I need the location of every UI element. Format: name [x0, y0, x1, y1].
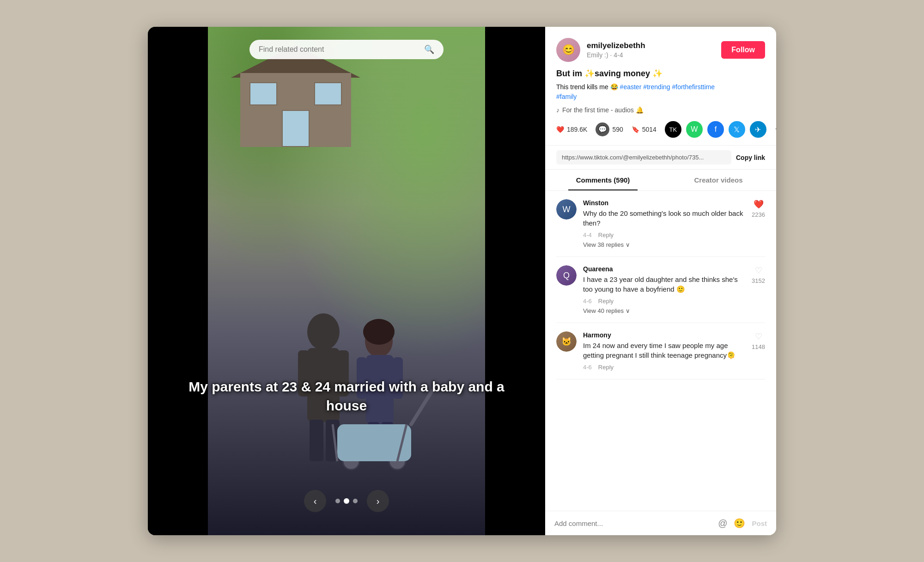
- dot-1: [335, 499, 340, 503]
- comment-right-0: ❤️ 2236: [752, 199, 765, 248]
- comment-actions-0: 4-4 Reply: [583, 232, 745, 238]
- comments-panel: 😊 emilyelizebethh Emily :) · 4-4 Follow …: [545, 27, 776, 535]
- share-icons-row: TK W f 𝕏 ✈ ↪: [665, 121, 776, 138]
- nav-dots: [335, 498, 358, 504]
- tag-family[interactable]: #family: [556, 93, 577, 100]
- mention-icon[interactable]: @: [718, 518, 727, 529]
- tabs-row: Comments (590) Creator videos: [545, 170, 776, 191]
- house-door: [282, 110, 310, 147]
- prev-button[interactable]: ‹: [304, 490, 326, 512]
- telegram-share-icon[interactable]: ✈: [750, 121, 766, 138]
- next-button[interactable]: ›: [367, 490, 389, 512]
- comment-time-0: 4-4: [583, 232, 592, 238]
- forward-share-icon[interactable]: ↪: [771, 121, 776, 138]
- tab-creator-videos[interactable]: Creator videos: [661, 170, 776, 190]
- comment-item: Q Quareena I have a 23 year old daughter…: [556, 257, 765, 323]
- comment-username-1: Quareena: [583, 265, 745, 273]
- music-line: ♪ For the first time - audios 🔔: [545, 102, 776, 114]
- dark-right: [485, 27, 545, 535]
- comment-like-count-2: 1148: [752, 343, 765, 350]
- view-replies-0[interactable]: View 38 replies ∨: [583, 241, 630, 248]
- dot-2: [344, 498, 349, 504]
- nav-controls: ‹ ›: [148, 490, 545, 512]
- search-bar[interactable]: 🔍: [249, 40, 444, 59]
- facebook-share-icon[interactable]: f: [707, 121, 724, 138]
- comment-text-0: Why do the 20 something's look so much o…: [583, 208, 745, 228]
- comment-like-icon-0[interactable]: ❤️: [754, 199, 764, 209]
- tag-easter[interactable]: #easter: [620, 83, 642, 91]
- search-input[interactable]: [259, 45, 419, 54]
- dot-3: [353, 499, 358, 503]
- comment-body-quareena: Quareena I have a 23 year old daughter a…: [583, 265, 745, 314]
- house-body: [240, 73, 351, 147]
- user-subtitle: Emily :) · 4-4: [587, 51, 715, 59]
- house-window-2: [314, 82, 342, 105]
- tab-comments[interactable]: Comments (590): [545, 170, 661, 190]
- reply-button-0[interactable]: Reply: [598, 232, 614, 238]
- bookmark-icon: 🔖: [632, 126, 639, 133]
- comment-like-count-1: 3152: [752, 277, 765, 284]
- post-comment-button[interactable]: Post: [752, 519, 767, 527]
- comment-avatar-quareena: Q: [556, 265, 577, 286]
- main-container: 🔍: [148, 27, 776, 535]
- comment-item[interactable]: 💬 590: [596, 122, 623, 136]
- copy-link-button[interactable]: Copy link: [736, 154, 765, 161]
- comment-actions-1: 4-6 Reply: [583, 298, 745, 305]
- tag-trending[interactable]: #trending: [643, 83, 670, 91]
- people-overlay: [208, 272, 485, 480]
- bookmark-item[interactable]: 🔖 5014: [632, 126, 657, 133]
- svg-point-7: [363, 319, 395, 345]
- house-window-1: [249, 82, 277, 105]
- tag-forthefirsttime[interactable]: #forthefirsttime: [672, 83, 715, 91]
- twitter-share-icon[interactable]: 𝕏: [729, 121, 745, 138]
- comment-time-1: 4-6: [583, 298, 592, 305]
- follow-button[interactable]: Follow: [721, 41, 765, 59]
- search-icon: 🔍: [424, 44, 434, 55]
- music-note-icon: ♪: [556, 106, 559, 114]
- post-caption: But im ✨saving money ✨ This trend kills …: [545, 62, 776, 102]
- search-bar-container: 🔍: [249, 40, 444, 59]
- add-comment-bar: @ 🙂 Post: [545, 511, 776, 535]
- reply-button-1[interactable]: Reply: [598, 298, 614, 305]
- input-actions: @ 🙂 Post: [718, 518, 767, 529]
- emoji-icon[interactable]: 🙂: [734, 518, 745, 529]
- svg-point-0: [307, 313, 340, 350]
- like-count: 189.6K: [567, 126, 587, 133]
- comment-actions-2: 4-6 Reply: [583, 364, 745, 371]
- comment-right-2: ♡ 1148: [752, 331, 765, 371]
- comment-like-icon-2[interactable]: ♡: [755, 331, 762, 342]
- like-item[interactable]: ❤️ 189.6K: [556, 126, 587, 133]
- comments-list: W Winston Why do the 20 something's look…: [545, 191, 776, 511]
- video-caption-text: My parents at 23 & 24 married with a bab…: [148, 378, 545, 415]
- tiktok-share-icon[interactable]: TK: [665, 121, 681, 138]
- whatsapp-share-icon[interactable]: W: [686, 121, 703, 138]
- house-sim: [231, 45, 360, 147]
- music-text: For the first time - audios 🔔: [562, 106, 644, 114]
- avatar: 😊: [556, 38, 580, 62]
- post-header: 😊 emilyelizebethh Emily :) · 4-4 Follow: [545, 27, 776, 62]
- comment-item: 🐱 Harmony Im 24 now and every time I saw…: [556, 323, 765, 379]
- view-replies-1[interactable]: View 40 replies ∨: [583, 307, 630, 314]
- video-content: My parents at 23 & 24 married with a bab…: [148, 27, 545, 535]
- link-bar: https://www.tiktok.com/@emilyelizebethh/…: [545, 146, 776, 170]
- caption-tags: This trend kills me 😂 #easter #trending …: [556, 82, 765, 102]
- comment-text-2: Im 24 now and every time I saw people my…: [583, 341, 745, 360]
- comment-like-count-0: 2236: [752, 211, 765, 218]
- link-url: https://www.tiktok.com/@emilyelizebethh/…: [556, 150, 731, 165]
- comment-text-1: I have a 23 year old daughter and she th…: [583, 275, 745, 294]
- comment-time-2: 4-6: [583, 364, 592, 371]
- comment-body-harmony: Harmony Im 24 now and every time I saw p…: [583, 331, 745, 371]
- comment-like-icon-1[interactable]: ♡: [755, 265, 762, 275]
- caption-title: But im ✨saving money ✨: [556, 68, 765, 79]
- reply-button-2[interactable]: Reply: [598, 364, 614, 371]
- comment-username-2: Harmony: [583, 331, 745, 339]
- share-bar: ❤️ 189.6K 💬 590 🔖 5014 TK W f 𝕏 ✈ ↪: [545, 114, 776, 146]
- add-comment-input[interactable]: [554, 519, 712, 527]
- heart-icon: ❤️: [556, 126, 564, 133]
- bookmark-count: 5014: [642, 126, 657, 133]
- caption-body: This trend kills me 😂: [556, 83, 620, 91]
- svg-rect-15: [337, 424, 411, 461]
- user-info: emilyelizebethh Emily :) · 4-4: [587, 41, 715, 59]
- comment-username-0: Winston: [583, 199, 745, 207]
- video-panel: 🔍: [148, 27, 545, 535]
